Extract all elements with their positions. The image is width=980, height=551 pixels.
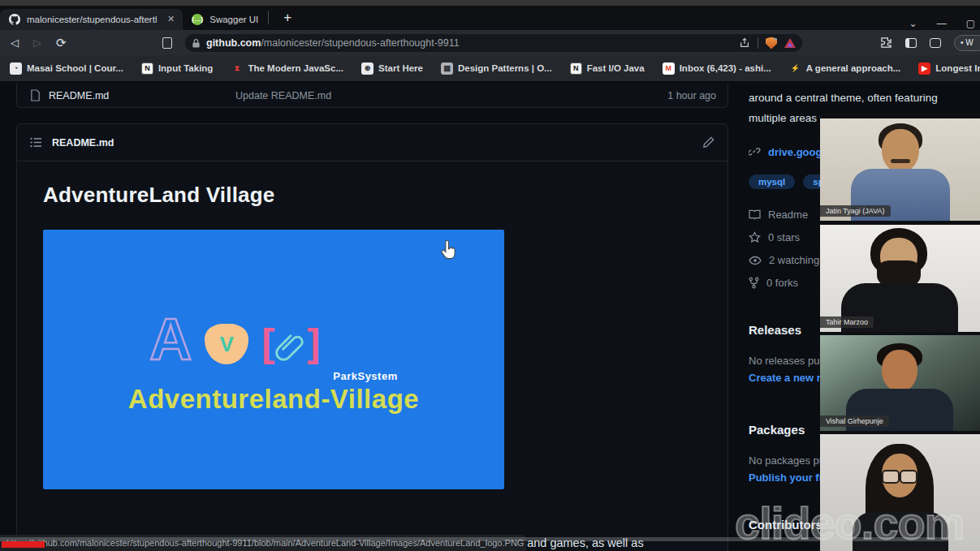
bookmark-modern-js[interactable]: ⧗The Modern JavaSc... <box>231 62 343 75</box>
red-marker <box>2 541 45 548</box>
commit-message[interactable]: Update README.md <box>235 90 503 101</box>
edit-pencil-icon[interactable] <box>702 136 714 149</box>
participant-name: Jatin Tyagi (JAVA) <box>820 205 891 217</box>
forward-button[interactable]: ▷ <box>33 37 41 49</box>
extension-badge <box>774 34 780 41</box>
tab-title: malonicester/stupendous-afterth <box>27 15 157 24</box>
file-name[interactable]: README.md <box>49 90 235 101</box>
logo-letter-a: A <box>149 304 192 374</box>
bookmark-panel-icon[interactable] <box>162 37 172 49</box>
bookmarks-bar: ◔Masai School | Cour... NInput Taking ⧗T… <box>0 55 980 81</box>
forks-count[interactable]: 0 forks <box>766 277 798 289</box>
readme-header: README.md <box>17 124 727 161</box>
participant-video-2: Tahir Marzoo <box>820 225 980 332</box>
url-path: /malonicester/stupendous-afterthought-99… <box>261 37 459 49</box>
shield-extension-icon[interactable] <box>766 37 777 50</box>
ribbon-icon: ⧗ <box>231 62 243 75</box>
page-title: AdventureLand Village <box>43 183 702 208</box>
browser-window: malonicester/stupendous-afterth ✕ {…} Sw… <box>0 0 980 551</box>
hand-cursor <box>438 240 456 261</box>
readme-title: README.md <box>52 137 114 149</box>
tab-bar: malonicester/stupendous-afterth ✕ {…} Sw… <box>0 6 980 30</box>
youtube-icon: ▶ <box>918 62 930 75</box>
watching-count[interactable]: 2 watching <box>769 254 819 266</box>
star-icon <box>749 231 761 243</box>
tab-github-repo[interactable]: malonicester/stupendous-afterth ✕ <box>0 9 183 30</box>
bookmark-fast-io-java[interactable]: NFast I/O Java <box>570 62 645 75</box>
bookmark-input-taking[interactable]: NInput Taking <box>141 62 214 75</box>
github-icon <box>8 13 21 26</box>
video-call-panel: Jatin Tyagi (JAVA) Tahir Marzoo Vishal G… <box>820 114 980 551</box>
stars-count[interactable]: 0 stars <box>768 231 800 243</box>
minimize-button[interactable]: — <box>937 19 947 28</box>
commit-time: 1 hour ago <box>667 90 716 101</box>
bookmark-design-patterns[interactable]: ▤Design Patterns | O... <box>441 62 552 75</box>
website-link[interactable]: drive.goog <box>768 146 822 158</box>
tab-close-icon[interactable]: ✕ <box>167 14 175 24</box>
maximize-button[interactable]: ▢ <box>966 19 975 28</box>
window-top-edge <box>0 0 980 6</box>
toolbar-right: • W <box>880 30 980 55</box>
lock-icon <box>192 38 201 49</box>
gmail-icon: M <box>663 62 675 75</box>
logo-v-badge: V <box>205 324 248 364</box>
file-icon <box>30 89 41 101</box>
participant-video-3: Vishal Girhepunje <box>820 335 980 431</box>
link-icon <box>749 146 761 158</box>
topic-mysql[interactable]: mysql <box>749 174 795 189</box>
participant-video-1: Jatin Tyagi (JAVA) <box>820 118 980 221</box>
divider <box>758 37 758 49</box>
list-icon[interactable] <box>30 137 42 148</box>
globe-icon: ◔ <box>10 62 22 75</box>
notion-icon: N <box>141 62 153 75</box>
eye-icon <box>749 256 762 265</box>
address-bar[interactable]: github.com/malonicester/stupendous-after… <box>185 34 802 52</box>
glasses <box>882 470 917 481</box>
clideo-watermark: clideo.com <box>735 497 965 549</box>
document-icon: ▤ <box>441 62 453 75</box>
readme-link[interactable]: Readme <box>768 209 808 221</box>
profile-chip[interactable]: • W <box>954 35 980 51</box>
url-host: github.com <box>206 37 261 49</box>
triangle-extension-icon[interactable] <box>784 38 796 48</box>
tab-title: Swagger UI <box>209 15 258 24</box>
tab-search-icon[interactable]: ⌄ <box>909 19 917 28</box>
book-icon <box>749 209 761 220</box>
media-panel-icon[interactable] <box>930 38 941 48</box>
split-screen-icon[interactable] <box>905 38 917 48</box>
back-button[interactable]: ◁ <box>11 37 19 49</box>
participant-name: Vishal Girhepunje <box>820 415 889 427</box>
refresh-button[interactable]: ⟳ <box>56 36 67 50</box>
logo-wordmark: Adventureland-Village <box>128 384 419 415</box>
adventureland-logo-image[interactable]: A V [ ] ParkSystem Adventureland-Village <box>43 230 504 489</box>
tab-separator <box>268 11 269 24</box>
swagger-icon: {…} <box>191 13 204 26</box>
participant-name: Tahir Marzoo <box>820 316 874 328</box>
bookmark-start-here[interactable]: ⊛Start Here <box>361 62 423 75</box>
paperclip-icon <box>274 329 307 361</box>
logo-park-system: ParkSystem <box>333 370 397 382</box>
bookmark-longest-increasing[interactable]: ▶Longest Increasing... <box>918 62 980 75</box>
globe-icon: ⊛ <box>361 62 373 75</box>
notion-icon: N <box>570 62 582 75</box>
new-tab-button[interactable]: + <box>277 7 298 28</box>
fork-icon <box>749 277 759 289</box>
bookmark-general-approach[interactable]: ⚡A general approach... <box>789 62 901 75</box>
tab-swagger[interactable]: {…} Swagger UI <box>183 9 266 30</box>
logo-brackets: [ ] <box>261 319 320 369</box>
share-icon[interactable] <box>739 37 750 49</box>
bolt-icon: ⚡ <box>789 62 801 75</box>
bookmark-inbox[interactable]: MInbox (6,423) - ashi... <box>663 62 771 75</box>
logo-glyphs: A V [ ] ParkSystem <box>149 304 397 382</box>
extensions-puzzle-icon[interactable] <box>880 37 892 49</box>
readme-card: README.md AdventureLand Village A V [ ] <box>16 123 728 551</box>
bookmark-masai-school[interactable]: ◔Masai School | Cour... <box>10 62 123 75</box>
file-row-readme[interactable]: README.md Update README.md 1 hour ago <box>16 84 728 108</box>
